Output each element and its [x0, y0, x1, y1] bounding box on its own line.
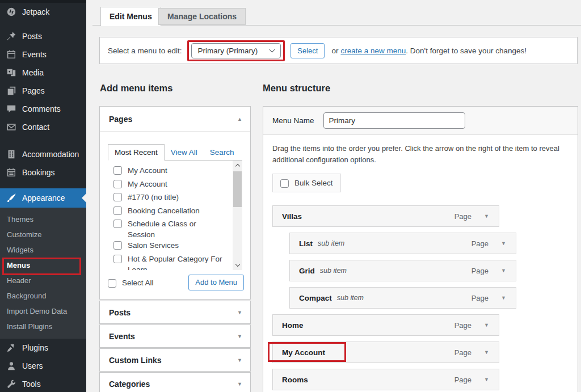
sidebar-item-label: Posts: [22, 32, 42, 41]
checkbox[interactable]: [113, 241, 122, 250]
item-options-arrow-icon[interactable]: ▼: [501, 268, 506, 273]
submenu-item-menus[interactable]: Menus: [0, 258, 86, 273]
sidebar-item-label: Bookings: [22, 168, 55, 177]
pages-panel-footer: Select All Add to Menu: [108, 273, 244, 292]
page-item-label: Salon Services: [128, 240, 179, 251]
brush-icon: [6, 192, 17, 204]
highlight-box-menu-dropdown: Primary (Primary): [187, 40, 285, 61]
menu-item-label: My Account: [282, 348, 325, 357]
tab-edit-menus[interactable]: Edit Menus: [100, 7, 161, 26]
add-to-menu-button[interactable]: Add to Menu: [188, 275, 244, 290]
menu-item-type: Page: [454, 348, 471, 357]
checkbox[interactable]: [113, 206, 122, 215]
item-options-arrow-icon[interactable]: ▼: [501, 295, 506, 301]
checkbox[interactable]: [113, 193, 122, 201]
sidebar-item-media[interactable]: Media: [0, 64, 86, 82]
item-options-arrow-icon[interactable]: ▼: [484, 213, 489, 219]
item-options-arrow-icon[interactable]: ▼: [484, 322, 489, 328]
menu-item-label: Villas: [282, 212, 302, 221]
calendar-icon: [6, 167, 17, 178]
page-item-label: #1770 (no title): [128, 192, 179, 203]
tab-view-all[interactable]: View All: [165, 145, 204, 160]
item-options-arrow-icon[interactable]: ▼: [484, 349, 489, 355]
menu-item-label: Rooms: [282, 376, 308, 384]
item-options-arrow-icon[interactable]: ▼: [484, 377, 489, 382]
submenu-item-header[interactable]: Header: [0, 273, 86, 288]
list-item: My Account: [113, 179, 230, 192]
sidebar-item-appearance[interactable]: Appearance: [0, 188, 86, 208]
sidebar-item-label: Tools: [22, 380, 41, 389]
sidebar-item-label: Plugins: [22, 343, 48, 352]
collapse-arrow-icon[interactable]: ▲: [237, 116, 242, 122]
scroll-down-icon[interactable]: [233, 260, 242, 270]
sidebar-item-pages[interactable]: Pages: [0, 82, 86, 100]
menu-dropdown[interactable]: Primary (Primary): [191, 43, 281, 58]
expand-arrow-icon[interactable]: ▼: [237, 310, 242, 315]
custom-links-panel-title: Custom Links: [109, 356, 237, 365]
scrollbar[interactable]: [233, 161, 242, 270]
select-all-checkbox[interactable]: [108, 279, 116, 288]
scrollbar-thumb[interactable]: [233, 171, 242, 207]
bulk-select-checkbox[interactable]: [280, 179, 289, 188]
sidebar-item-users[interactable]: Users: [0, 357, 86, 375]
menu-item-label: Home: [282, 321, 304, 330]
sidebar-item-bookings[interactable]: Bookings: [0, 163, 86, 182]
sidebar-item-comments[interactable]: Comments: [0, 100, 86, 118]
sidebar-item-events[interactable]: Events: [0, 45, 86, 64]
drag-instructions: Drag the items into the order you prefer…: [272, 143, 569, 166]
sidebar-item-plugins[interactable]: Plugins: [0, 339, 86, 357]
page-item-label: My Account: [128, 179, 167, 189]
tab-most-recent[interactable]: Most Recent: [108, 144, 165, 161]
custom-links-panel[interactable]: Custom Links ▼: [99, 348, 251, 372]
wrench-icon: [6, 378, 17, 390]
sidebar-item-accommodation[interactable]: Accommodation: [0, 145, 86, 163]
sidebar-item-label: Events: [22, 50, 47, 59]
expand-arrow-icon[interactable]: ▼: [237, 334, 242, 339]
sidebar-item-contact[interactable]: Contact: [0, 118, 86, 136]
list-item: Schedule a Class or Session: [113, 218, 230, 240]
menu-item-list[interactable]: List sub item Page ▼: [289, 233, 516, 254]
item-options-arrow-icon[interactable]: ▼: [501, 241, 506, 246]
menu-item-compact[interactable]: Compact sub item Page ▼: [289, 287, 516, 309]
posts-panel[interactable]: Posts ▼: [99, 301, 251, 324]
menu-item-home[interactable]: Home Page ▼: [272, 314, 499, 336]
tab-search[interactable]: Search: [204, 145, 241, 160]
sidebar-item-jetpack[interactable]: Jetpack: [0, 3, 86, 21]
menu-item-my-account[interactable]: My Account Page ▼: [272, 342, 499, 363]
expand-arrow-icon[interactable]: ▼: [237, 357, 242, 363]
sub-item-tag: sub item: [320, 267, 347, 275]
checkbox[interactable]: [113, 220, 122, 228]
pages-panel-header[interactable]: Pages ▲: [100, 107, 250, 132]
expand-arrow-icon[interactable]: ▼: [237, 381, 242, 387]
submenu-item-widgets[interactable]: Widgets: [0, 242, 86, 258]
submenu-item-customize[interactable]: Customize: [0, 227, 86, 242]
sidebar-item-tools[interactable]: Tools: [0, 375, 86, 392]
menu-name-input[interactable]: [323, 112, 465, 129]
checkbox[interactable]: [113, 166, 122, 175]
select-button[interactable]: Select: [290, 43, 325, 58]
submenu-item-themes[interactable]: Themes: [0, 212, 86, 227]
tab-manage-locations[interactable]: Manage Locations: [158, 8, 246, 25]
list-item: Salon Services: [113, 240, 230, 254]
submenu-item-background[interactable]: Background: [0, 288, 86, 304]
sidebar-item-label: Jetpack: [22, 7, 49, 16]
list-item: Booking Cancellation: [113, 205, 230, 219]
categories-panel[interactable]: Categories ▼: [99, 372, 251, 392]
menu-item-type: Page: [454, 321, 471, 330]
scroll-up-icon[interactable]: [233, 161, 242, 170]
checkbox[interactable]: [113, 180, 122, 188]
page-item-label: Schedule a Class or Session: [128, 218, 225, 240]
menu-dropdown-value: Primary (Primary): [198, 47, 258, 55]
sidebar-item-posts[interactable]: Posts: [0, 27, 86, 45]
create-new-menu-link[interactable]: create a new menu: [340, 47, 406, 55]
submenu-item-import-demo-data[interactable]: Import Demo Data: [0, 304, 86, 319]
menu-item-grid[interactable]: Grid sub item Page ▼: [289, 260, 516, 281]
submenu-item-install-plugins[interactable]: Install Plugins: [0, 319, 86, 334]
menu-item-villas[interactable]: Villas Page ▼: [272, 205, 499, 227]
events-panel[interactable]: Events ▼: [99, 324, 251, 348]
checkbox[interactable]: [113, 255, 122, 263]
menu-item-rooms[interactable]: Rooms Page ▼: [272, 369, 499, 390]
sidebar-item-label: Accommodation: [22, 150, 79, 159]
save-changes-note: . Don't forget to save your changes!: [406, 47, 527, 55]
pages-panel-title: Pages: [109, 115, 237, 124]
